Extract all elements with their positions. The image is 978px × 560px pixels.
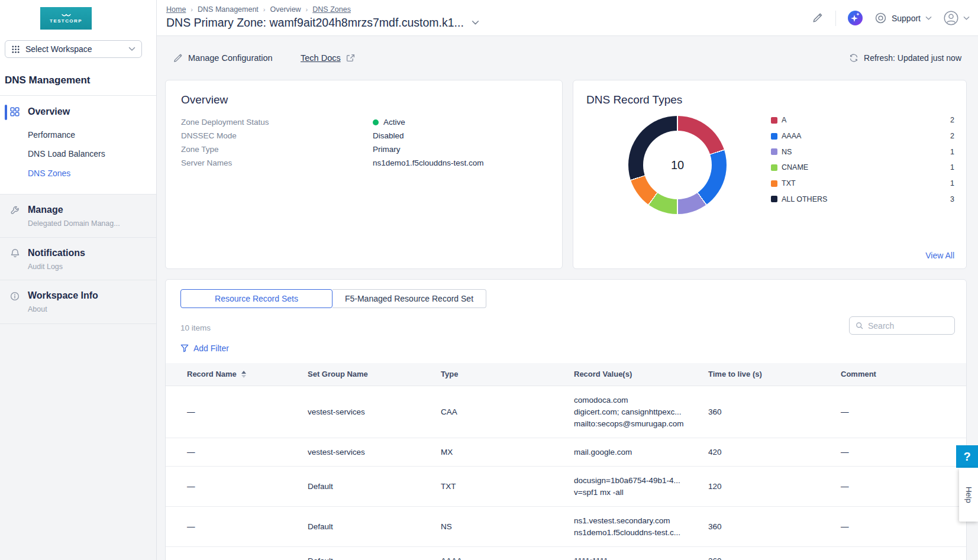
cell-comment: —	[841, 446, 945, 458]
record-set-tabs: Resource Record SetsF5-Managed Resource …	[180, 289, 486, 308]
chevron-down-icon	[925, 16, 932, 21]
refresh-icon	[849, 53, 858, 63]
tech-docs-link[interactable]: Tech Docs	[301, 53, 355, 63]
pencil-icon	[173, 53, 183, 63]
sidebar-item-label: Manage	[28, 205, 63, 215]
cell-record-values: 1111:1111...	[574, 555, 708, 560]
table-row[interactable]: —vestest-servicesCAAcomodoca.comdigicert…	[166, 386, 966, 438]
avatar-icon	[944, 11, 958, 25]
sidebar-section-manage[interactable]: Manage Delegated Domain Manag...	[0, 194, 156, 237]
legend-label: A	[782, 116, 950, 124]
legend-item[interactable]: TXT1	[771, 176, 954, 192]
sidebar-item-dns-load-balancers[interactable]: DNS Load Balancers	[28, 149, 105, 158]
support-label: Support	[892, 14, 921, 23]
cell-record-name: —	[187, 406, 308, 418]
legend-item[interactable]: NS1	[771, 144, 954, 160]
legend-count: 2	[950, 116, 954, 124]
info-icon	[10, 292, 20, 301]
dns-record-types-title: DNS Record Types	[586, 93, 682, 106]
logo-bird-icon	[62, 14, 71, 18]
legend-count: 3	[950, 195, 954, 203]
breadcrumb-item[interactable]: Home	[166, 5, 186, 14]
title-chevron-down-icon[interactable]	[472, 20, 479, 25]
legend-swatch	[771, 196, 777, 202]
legend-count: 1	[950, 163, 954, 171]
legend-label: NS	[782, 148, 950, 156]
legend-label: TXT	[782, 179, 950, 187]
legend-count: 1	[950, 148, 954, 156]
cell-type: MX	[441, 446, 574, 458]
donut-center: 10	[643, 131, 712, 199]
workspace-selector[interactable]: Select Workspace	[5, 40, 142, 58]
legend-item[interactable]: ALL OTHERS3	[771, 191, 954, 207]
breadcrumb-item[interactable]: Overview	[270, 5, 301, 14]
legend-item[interactable]: AAAA2	[771, 128, 954, 144]
legend-label: ALL OTHERS	[782, 195, 950, 203]
table-row[interactable]: —DefaultNSns1.vestest.secondary.comns1de…	[166, 507, 966, 547]
sidebar-section-notifications[interactable]: Notifications Audit Logs	[0, 237, 156, 280]
sidebar-item-label: Workspace Info	[28, 290, 98, 301]
search-box[interactable]	[849, 316, 955, 335]
cell-comment: —	[841, 521, 945, 533]
cell-record-name: —	[187, 446, 308, 458]
divider	[835, 11, 836, 26]
help-tab-label: Help	[964, 487, 973, 503]
breadcrumb-separator: ›	[263, 6, 266, 13]
sidebar-section-workspace-info[interactable]: Workspace Info About	[0, 280, 156, 323]
legend-item[interactable]: A2	[771, 112, 954, 128]
ai-assistant-button[interactable]	[848, 11, 863, 25]
support-menu[interactable]: Support	[874, 12, 932, 24]
dns-record-types-card: DNS Record Types 10 A2AAAA2NS1CNAME1TXT1…	[573, 80, 967, 269]
cell-type: NS	[441, 521, 574, 533]
add-filter-button[interactable]: Add Filter	[180, 344, 229, 353]
table-row[interactable]: —DefaultAAAA1111:1111...360—	[166, 547, 966, 560]
cell-type: AAAA	[441, 555, 574, 560]
legend-label: CNAME	[782, 163, 950, 171]
refresh-button[interactable]: Refresh: Updated just now	[849, 53, 961, 63]
help-tab[interactable]: Help	[959, 468, 978, 522]
sidebar-item-dns-zones[interactable]: DNS Zones	[28, 169, 70, 178]
column-header-type: Type	[441, 368, 574, 380]
column-header-time-to-live-s-: Time to live (s)	[708, 368, 841, 380]
table-header-row: Record NameSet Group NameTypeRecord Valu…	[166, 363, 966, 386]
column-header-comment: Comment	[841, 368, 945, 380]
table-row[interactable]: —DefaultTXTdocusign=1b0a6754-49b1-4...v=…	[166, 467, 966, 507]
legend-swatch	[771, 180, 777, 187]
top-header: Home›DNS Management›Overview›DNS Zones D…	[157, 0, 978, 36]
legend-swatch	[771, 148, 777, 155]
legend-count: 1	[950, 179, 954, 187]
cell-record-values: ns1.vestest.secondary.comns1demo1.f5clou…	[574, 515, 708, 539]
sidebar-item-sublabel: About	[28, 305, 47, 313]
workspace-selector-label: Select Workspace	[25, 44, 123, 54]
cell-record-name: —	[187, 481, 308, 493]
sidebar-item-performance[interactable]: Performance	[28, 130, 75, 140]
brush-icon[interactable]	[811, 12, 824, 25]
breadcrumb-item[interactable]: DNS Management	[198, 5, 259, 14]
breadcrumb-separator: ›	[191, 6, 193, 13]
legend-item[interactable]: CNAME1	[771, 160, 954, 176]
overview-field-row: Server Namesns1demo1.f5clouddns-test.com	[181, 156, 550, 170]
testcorp-logo: TESTCORP	[40, 7, 92, 30]
view-all-link[interactable]: View All	[925, 251, 954, 260]
legend-swatch	[771, 133, 777, 140]
cell-record-name: —	[187, 521, 308, 533]
manage-configuration-button[interactable]: Manage Configuration	[173, 53, 273, 63]
tab-resource-record-sets[interactable]: Resource Record Sets	[180, 289, 333, 308]
cell-set-group-name: Default	[308, 481, 441, 493]
table-row[interactable]: —vestest-servicesMXmail.google.com420—	[166, 438, 966, 467]
external-link-icon	[346, 54, 355, 63]
column-header-record-name[interactable]: Record Name	[187, 368, 308, 380]
cell-record-values: docusign=1b0a6754-49b1-4...v=spf1 mx -al…	[574, 475, 708, 499]
legend-swatch	[771, 164, 777, 171]
sidebar-item-overview[interactable]: Overview	[10, 106, 70, 117]
filter-funnel-icon	[180, 344, 189, 352]
logo-text: TESTCORP	[50, 18, 82, 24]
grid-icon	[11, 45, 20, 54]
help-question-button[interactable]: ?	[956, 445, 978, 468]
search-input[interactable]	[868, 321, 948, 331]
breadcrumb-item[interactable]: DNS Zones	[312, 5, 351, 14]
dns-record-types-donut[interactable]: 10	[628, 116, 727, 214]
sort-icon[interactable]	[241, 371, 246, 378]
tab-f5-managed-resource-record-set[interactable]: F5-Managed Resource Record Set	[333, 289, 486, 308]
account-menu[interactable]	[944, 11, 970, 25]
